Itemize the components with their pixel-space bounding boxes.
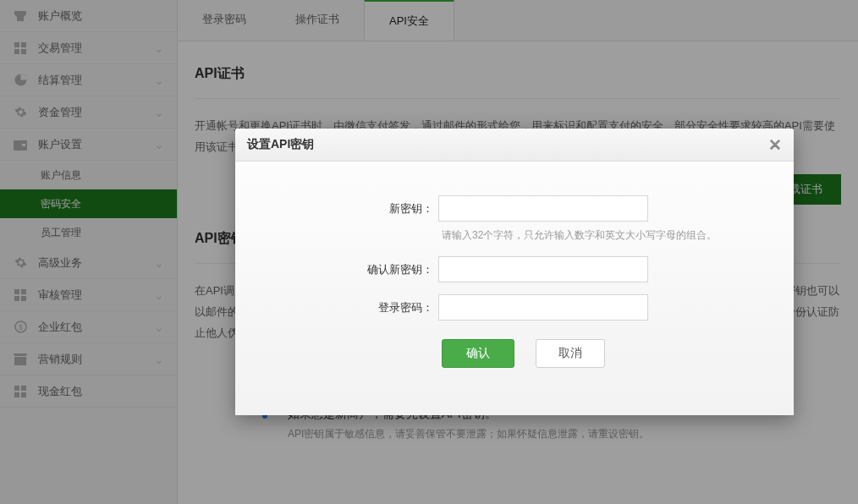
confirm-key-input[interactable] [438,256,648,282]
confirm-key-label: 确认新密钥： [269,262,438,277]
login-pwd-input[interactable] [438,294,648,320]
confirm-button[interactable]: 确认 [442,339,514,368]
modal-title: 设置API密钥 [247,137,314,152]
set-api-key-modal: 设置API密钥 ✕ 新密钥： 请输入32个字符，只允许输入数字和英文大小写字母的… [235,129,794,415]
modal-body: 新密钥： 请输入32个字符，只允许输入数字和英文大小写字母的组合。 确认新密钥：… [235,162,794,415]
new-key-input[interactable] [438,195,648,222]
close-icon[interactable]: ✕ [768,135,782,155]
new-key-label: 新密钥： [269,201,438,216]
cancel-button[interactable]: 取消 [536,339,605,368]
new-key-hint: 请输入32个字符，只允许输入数字和英文大小写字母的组合。 [442,228,760,243]
login-pwd-label: 登录密码： [269,300,438,315]
modal-header: 设置API密钥 ✕ [235,129,794,162]
